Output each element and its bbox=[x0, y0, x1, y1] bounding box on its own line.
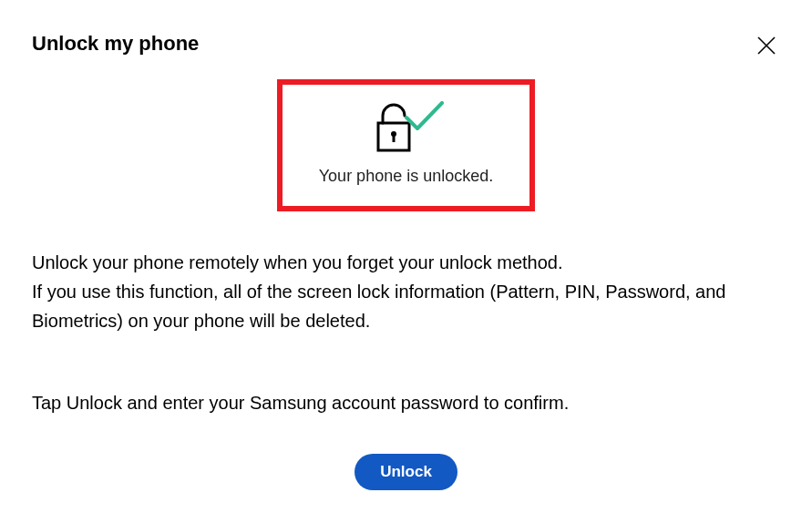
dialog-actions: Unlock bbox=[32, 454, 780, 490]
description-text: Unlock your phone remotely when you forg… bbox=[32, 248, 780, 335]
status-message: Your phone is unlocked. bbox=[319, 167, 493, 186]
dialog-body: Unlock your phone remotely when you forg… bbox=[32, 248, 780, 417]
status-highlight-box: Your phone is unlocked. bbox=[277, 79, 535, 211]
unlock-phone-dialog: Unlock my phone Your phone is u bbox=[0, 0, 812, 513]
unlocked-with-check-icon bbox=[367, 101, 444, 156]
unlock-button[interactable]: Unlock bbox=[355, 454, 457, 490]
close-icon bbox=[756, 36, 776, 56]
instruction-text: Tap Unlock and enter your Samsung accoun… bbox=[32, 388, 780, 417]
status-area: Your phone is unlocked. bbox=[32, 79, 780, 211]
dialog-title: Unlock my phone bbox=[32, 32, 199, 56]
dialog-header: Unlock my phone bbox=[32, 32, 780, 59]
close-button[interactable] bbox=[753, 32, 780, 59]
